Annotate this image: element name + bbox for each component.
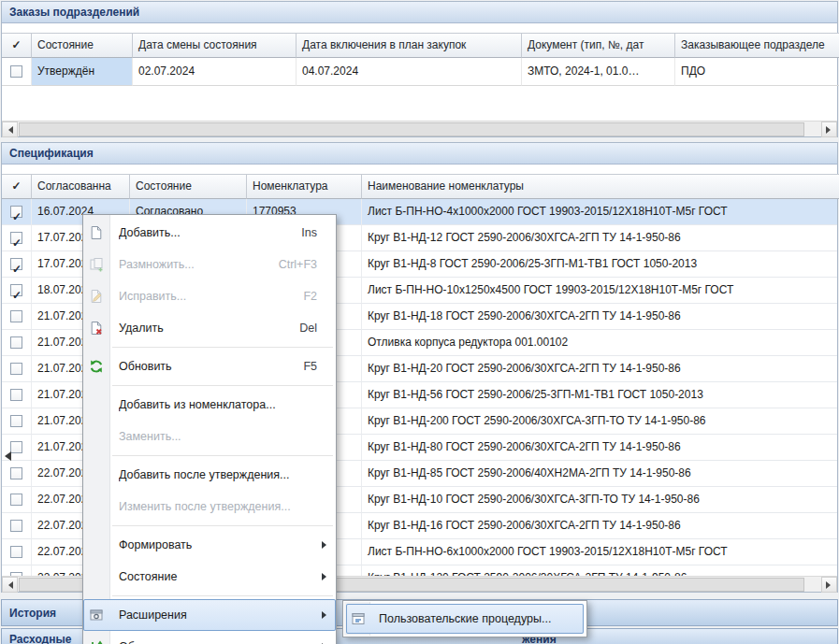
row-checkbox[interactable] [10, 520, 22, 532]
context-menu-item[interactable]: ОбновитьF5 [83, 351, 336, 382]
row-checkbox[interactable] [10, 310, 22, 322]
arrow-left-icon [5, 126, 13, 134]
page-edit-icon [89, 289, 104, 304]
submenu-arrow-icon [322, 611, 330, 619]
spec-cell-name[interactable]: Круг В1-НД-16 ГОСТ 2590-2006/30ХГСА-2ГП … [362, 513, 837, 539]
row-checkbox-cell [2, 225, 32, 251]
submenu-item[interactable]: Пользовательские процедуры... [346, 604, 584, 634]
arrow-right-icon [826, 581, 834, 589]
spec-column-header[interactable]: Номенклатура [247, 174, 362, 199]
menu-item-label: Формировать [119, 538, 318, 551]
orders-panel: Заказы подразделений ✓СостояниеДата смен… [1, 1, 838, 137]
row-checkbox-cell [2, 513, 32, 539]
spec-cell-name[interactable]: Круг В1-НД-120 ГОСТ 2590-2006/30ХГСА-2ГП… [362, 565, 837, 576]
row-checkbox[interactable] [10, 206, 22, 218]
menu-separator [112, 385, 333, 386]
spec-cell-name[interactable]: Лист Б-ПН-НО-10х1250х4500 ГОСТ 19903-201… [362, 278, 837, 304]
arrow-right-icon [826, 126, 834, 134]
orders-cell-state[interactable]: Утверждён [32, 58, 133, 86]
menu-item-label: Добавить из номенклатора... [119, 398, 328, 411]
orders-column-header[interactable]: Заказывающее подразделе [675, 33, 839, 58]
row-checkbox[interactable] [10, 546, 22, 558]
spec-cell-name[interactable]: Круг В1-НД-12 ГОСТ 2590-2006/30ХГСА-2ГП … [362, 225, 837, 251]
context-menu: Добавить...InsРазмножить...Ctrl+F3Исправ… [82, 214, 337, 644]
menu-item-label: Обновить [119, 360, 296, 373]
scrollbar-thumb[interactable] [19, 122, 804, 136]
context-submenu: Пользовательские процедуры... [342, 600, 587, 637]
row-checkbox[interactable] [10, 363, 22, 375]
orders-column-header[interactable]: Дата смены состояния [133, 33, 297, 58]
procedure-window-icon [351, 611, 366, 626]
context-menu-item: Изменить после утверждения... [83, 491, 336, 522]
spec-cell-name[interactable]: Круг В1-НД-200 ГОСТ 2590-2006/30ХГСА-3ГП… [362, 408, 837, 435]
row-checkbox[interactable] [10, 65, 22, 78]
orders-hscrollbar[interactable] [2, 121, 837, 136]
context-menu-item[interactable]: Расширения [83, 599, 336, 631]
orders-table-row[interactable]: Утверждён02.07.202404.07.2024ЗМТО, 2024-… [2, 58, 837, 86]
menu-separator [112, 455, 333, 456]
orders-column-header[interactable]: Состояние [32, 33, 133, 58]
orders-cell-state_change_date[interactable]: 02.07.2024 [133, 58, 297, 86]
spec-cell-name[interactable]: Круг В1-НД-10 ГОСТ 2590-2006/30ХГСА-3ГП-… [362, 487, 837, 513]
orders-cell-document[interactable]: ЗМТО, 2024-1, 01.0… [522, 58, 675, 86]
row-checkbox[interactable] [10, 336, 22, 349]
context-menu-item[interactable]: Состояние [83, 561, 336, 593]
row-checkbox-cell [2, 408, 32, 435]
specification-panel-header[interactable]: Спецификация [2, 143, 837, 165]
orders-column-header[interactable]: Документ (тип, №, дат [522, 33, 675, 58]
row-checkbox[interactable] [10, 467, 22, 479]
row-checkbox[interactable] [10, 258, 22, 270]
spec-cell-name[interactable]: Отливка корпуса редуктора 001.00102 [362, 330, 837, 356]
spec-cell-name[interactable]: Круг В1-НД-20 ГОСТ 2590-2006/30ХГСА-2ГП … [362, 356, 837, 382]
orders-column-header[interactable]: ✓ [2, 33, 32, 58]
arrow-left-icon [5, 581, 13, 589]
context-menu-item[interactable]: Добавить из номенклатора... [83, 389, 336, 421]
row-checkbox[interactable] [10, 415, 22, 427]
row-checkbox[interactable] [10, 494, 22, 506]
spec-column-header[interactable]: Согласованна [32, 174, 130, 199]
spec-cell-name[interactable]: Круг В1-НД-18 ГОСТ 2590-2006/30ХГСА-2ГП … [362, 304, 837, 330]
spec-column-header[interactable]: Состояние [130, 174, 247, 199]
plugin-window-icon [89, 608, 104, 623]
spec-column-header[interactable]: Наименование номенклатуры [362, 174, 839, 199]
specification-panel-title: Спецификация [9, 147, 94, 160]
context-menu-item: Размножить...Ctrl+F3 [83, 249, 336, 280]
row-checkbox-cell [2, 278, 32, 304]
row-checkbox-cell [2, 330, 32, 356]
menu-item-label: Обмен [119, 640, 318, 644]
row-checkbox[interactable] [10, 389, 22, 401]
orders-column-header[interactable]: Дата включения в план закупок [297, 33, 522, 58]
context-menu-item[interactable]: Добавить после утверждения... [83, 459, 336, 491]
orders-cell-department[interactable]: ПДО [675, 58, 839, 86]
row-checkbox-cell [2, 487, 32, 513]
orders-panel-header[interactable]: Заказы подразделений [2, 2, 837, 23]
scroll-right-button[interactable] [821, 577, 837, 593]
spec-cell-name[interactable]: Круг В1-НД-80 ГОСТ 2590-2006/30ХГСА-2ГП … [362, 435, 837, 461]
context-menu-item[interactable]: Формировать [83, 529, 336, 561]
spec-cell-name[interactable]: Круг В1-НД-8 ГОСТ 2590-2006/25-3ГП-М1-ТВ… [362, 251, 837, 278]
row-checkbox[interactable] [10, 284, 22, 296]
menu-item-shortcut: Ins [301, 226, 317, 239]
scroll-right-button[interactable] [821, 122, 837, 137]
menu-separator [112, 595, 333, 596]
context-submenu-items: Пользовательские процедуры... [346, 604, 584, 634]
spec-cell-name[interactable]: Лист Б-ПН-НО-6х1000х2000 ГОСТ 19903-2015… [362, 539, 837, 565]
row-checkbox-cell [2, 304, 32, 330]
orders-cell-plan_inclusion_date[interactable]: 04.07.2024 [297, 58, 522, 86]
splitter-arrow-left-icon[interactable] [0, 451, 11, 461]
context-menu-item: Исправить...F2 [83, 280, 336, 312]
orders-panel-title: Заказы подразделений [9, 6, 139, 19]
spec-cell-name[interactable]: Круг В1-НД-56 ГОСТ 2590-2006/25-3ГП-М1-Т… [362, 382, 837, 408]
row-checkbox[interactable] [10, 441, 22, 453]
spec-cell-name[interactable]: Лист Б-ПН-НО-4х1000х2000 ГОСТ 19903-2015… [362, 199, 837, 225]
row-checkbox[interactable] [10, 232, 22, 244]
scroll-left-button[interactable] [2, 122, 18, 137]
context-menu-item[interactable]: Добавить...Ins [83, 217, 336, 249]
spec-cell-name[interactable]: Круг В1-НД-85 ГОСТ 2590-2006/40ХН2МА-2ГП… [362, 461, 837, 487]
scroll-left-button[interactable] [2, 577, 18, 593]
spec-column-header[interactable]: ✓ [2, 174, 32, 199]
context-menu-item[interactable]: Обмен [83, 631, 336, 644]
menu-item-shortcut: Del [299, 322, 317, 335]
context-menu-item[interactable]: УдалитьDel [83, 312, 336, 344]
menu-separator [112, 525, 333, 526]
